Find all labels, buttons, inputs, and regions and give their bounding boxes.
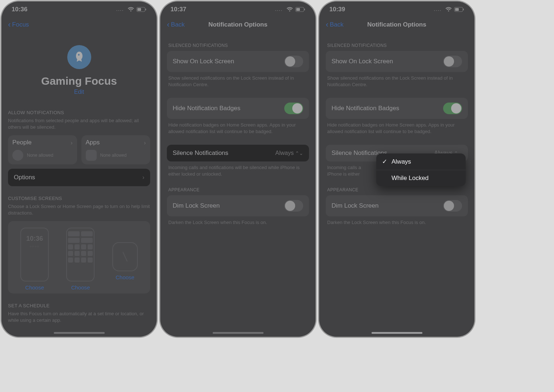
allow-notifications-header: ALLOW NOTIFICATIONS	[8, 110, 150, 115]
silence-options-menu: ✓ Always While Locked	[376, 153, 466, 186]
chevron-right-icon: ›	[142, 174, 144, 181]
dim-lock-screen-footer: Darken the Lock Screen when this Focus i…	[168, 219, 308, 226]
status-time: 10:37	[170, 6, 186, 13]
phone-3-notification-options-menu: 10:39 .... ‹ Back Notification Options S…	[319, 1, 474, 337]
menu-option-while-locked[interactable]: While Locked	[376, 170, 466, 186]
nav-bar: ‹ Back Notification Options	[160, 17, 316, 33]
choose-watchface-button[interactable]: Choose	[116, 274, 135, 280]
home-indicator[interactable]	[54, 332, 105, 334]
silence-notifications-value: Always	[275, 150, 294, 156]
chevron-right-icon: ›	[144, 140, 146, 146]
cellular-dots-icon: ....	[275, 7, 283, 12]
customise-subtitle: Choose a Lock Screen or Home Screen page…	[8, 203, 150, 216]
battery-icon	[454, 7, 464, 12]
options-label: Options	[14, 174, 35, 181]
hide-badges-label: Hide Notification Badges	[173, 105, 240, 112]
svg-rect-8	[463, 9, 464, 11]
show-on-lock-screen-footer: Show silenced notifications on the Lock …	[327, 75, 466, 88]
phone-1-focus-settings: 10:36 .... ‹ Focus Gaming Focus Edit ALL…	[1, 1, 157, 337]
dim-lock-screen-row[interactable]: Dim Lock Screen	[167, 195, 309, 216]
preview-time: 10:36	[26, 235, 43, 243]
schedule-header: SET A SCHEDULE	[8, 303, 150, 308]
edit-button[interactable]: Edit	[74, 89, 84, 95]
schedule-subtitle: Have this Focus turn on automatically at…	[8, 311, 150, 323]
chevron-left-icon: ‹	[8, 21, 11, 29]
phone-2-notification-options: 10:37 .... ‹ Back Notification Options S…	[160, 1, 316, 337]
battery-icon	[295, 7, 305, 12]
status-bar: 10:39 ....	[319, 1, 474, 17]
lockscreen-preview[interactable]: 10:36 ○○○○ Choose	[20, 228, 49, 291]
hide-badges-footer: Hide notification badges on Home Screen …	[168, 122, 308, 135]
avatar-placeholder-icon	[12, 150, 23, 161]
preview-widgets-icon: ○○○○	[29, 245, 39, 248]
back-label: Back	[171, 21, 185, 28]
wifi-icon	[128, 7, 134, 12]
dim-lock-screen-toggle[interactable]	[284, 200, 303, 212]
dim-lock-screen-row[interactable]: Dim Lock Screen	[326, 195, 468, 216]
homescreen-preview[interactable]: Choose	[66, 228, 95, 291]
watchface-preview[interactable]: Choose	[112, 228, 138, 291]
status-time: 10:36	[12, 6, 27, 13]
hide-badges-footer: Hide notification badges on Home Screen …	[327, 122, 466, 135]
hide-badges-label: Hide Notification Badges	[332, 105, 399, 112]
allow-notifications-subtitle: Notifications from selected people and a…	[8, 117, 150, 130]
hide-badges-row[interactable]: Hide Notification Badges	[326, 98, 468, 119]
svg-rect-5	[304, 9, 305, 11]
silence-notifications-label: Silence Notifications	[173, 149, 228, 157]
wifi-icon	[286, 7, 293, 12]
watch-outline-icon	[112, 242, 138, 271]
dim-lock-screen-label: Dim Lock Screen	[332, 202, 378, 209]
home-indicator[interactable]	[213, 332, 264, 334]
apps-card[interactable]: Apps › None allowed	[81, 135, 150, 164]
back-button[interactable]: ‹ Focus	[8, 21, 29, 29]
svg-rect-7	[455, 8, 459, 11]
silenced-header: SILENCED NOTIFICATIONS	[327, 43, 466, 48]
app-placeholder-icon	[86, 150, 97, 161]
dim-lock-screen-label: Dim Lock Screen	[173, 202, 220, 209]
checkmark-icon: ✓	[382, 158, 388, 165]
status-bar: 10:37 ....	[160, 1, 316, 17]
back-button[interactable]: ‹ Back	[326, 21, 344, 29]
updown-chevron-icon: ⌃⌄	[295, 151, 303, 156]
people-value: None allowed	[27, 153, 53, 158]
chevron-left-icon: ‹	[326, 21, 328, 29]
menu-option-label: Always	[392, 158, 411, 165]
silenced-header: SILENCED NOTIFICATIONS	[168, 43, 308, 48]
hide-badges-toggle[interactable]	[284, 103, 303, 114]
show-on-lock-screen-toggle[interactable]	[284, 56, 303, 67]
nav-bar: ‹ Back Notification Options	[319, 17, 474, 33]
silence-notifications-footer: Incoming calls and notifications will be…	[168, 164, 308, 177]
silence-notifications-row[interactable]: Silence Notifications Always ⌃⌄	[167, 145, 309, 161]
hide-badges-toggle[interactable]	[443, 103, 462, 114]
choose-homescreen-button[interactable]: Choose	[71, 284, 90, 291]
choose-lockscreen-button[interactable]: Choose	[25, 284, 44, 291]
svg-rect-4	[296, 8, 300, 11]
focus-title: Gaming Focus	[8, 75, 150, 87]
back-label: Back	[330, 21, 344, 28]
svg-rect-1	[137, 8, 141, 11]
menu-option-always[interactable]: ✓ Always	[376, 153, 466, 170]
hide-badges-row[interactable]: Hide Notification Badges	[167, 98, 309, 119]
options-row[interactable]: Options ›	[8, 169, 150, 186]
dim-lock-screen-toggle[interactable]	[443, 200, 462, 212]
battery-icon	[136, 7, 146, 12]
customise-header: CUSTOMISE SCREENS	[8, 196, 150, 201]
chevron-right-icon: ›	[71, 140, 72, 146]
status-bar: 10:36 ....	[1, 1, 157, 17]
home-indicator[interactable]	[372, 332, 422, 334]
cellular-dots-icon: ....	[116, 7, 124, 12]
people-card[interactable]: People › None allowed	[8, 135, 77, 164]
apps-value: None allowed	[100, 153, 127, 158]
cellular-dots-icon: ....	[434, 7, 442, 12]
people-label: People	[12, 139, 73, 146]
show-on-lock-screen-label: Show On Lock Screen	[332, 58, 393, 65]
focus-hero: Gaming Focus Edit	[8, 45, 150, 95]
show-on-lock-screen-toggle[interactable]	[443, 56, 462, 67]
show-on-lock-screen-row[interactable]: Show On Lock Screen	[167, 51, 309, 72]
chevron-left-icon: ‹	[167, 21, 169, 29]
appearance-header: APPEARANCE	[168, 187, 308, 192]
svg-rect-2	[145, 9, 146, 11]
show-on-lock-screen-row[interactable]: Show On Lock Screen	[326, 51, 468, 72]
back-button[interactable]: ‹ Back	[167, 21, 185, 29]
appearance-header: APPEARANCE	[327, 187, 466, 192]
